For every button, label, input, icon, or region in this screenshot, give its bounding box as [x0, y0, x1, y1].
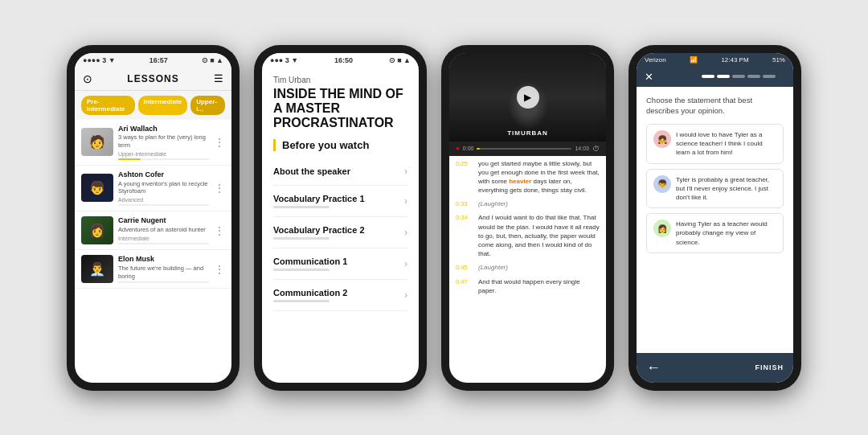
course-title: INSIDE THE MIND OF A MASTER PROCRASTINAT… [273, 87, 407, 131]
progress-fill [118, 158, 141, 160]
status-bar-2: ●●● 3 ▼ 16:50 ⊙ ■ ▲ [262, 53, 419, 68]
chevron-right-icon: › [404, 195, 407, 207]
avatar: 👩 [653, 220, 671, 237]
progress-sub-bar [273, 237, 330, 240]
transcript-entry: 0:47 And that would happen every single … [456, 277, 600, 295]
progress-sub-bar [273, 206, 330, 208]
progress-dot [702, 75, 714, 78]
transcript-timestamp: 0:47 [456, 278, 473, 285]
current-time: 0:00 [463, 146, 474, 151]
level-tabs: Pre-intermediate Intermediate Upper-i... [75, 91, 231, 120]
menu-item-vocab1[interactable]: Vocabulary Practice 1 › [273, 186, 407, 217]
menu-label: Communication 2 [273, 288, 347, 298]
chevron-right-icon: › [404, 258, 407, 269]
quiz-footer: ← FINISH [637, 353, 793, 383]
battery-label: 51% [772, 56, 785, 64]
transcript-text: (Laughter) [478, 199, 508, 208]
signal-icons: ●●● 3 ▼ [270, 56, 298, 64]
more-icon[interactable]: ⋮ [214, 136, 225, 149]
close-button[interactable]: ✕ [645, 71, 653, 83]
lessons-header: ⊙ LESSONS ☰ [75, 68, 231, 91]
progress-bar [118, 243, 209, 244]
lesson-desc: The future we're building — and boring [118, 265, 209, 281]
more-icon[interactable]: ⋮ [214, 263, 225, 276]
option-text: I would love to have Tyler as a science … [676, 130, 776, 158]
battery-icon: ⊙ ■ ▲ [389, 56, 411, 64]
menu-label: Vocabulary Practice 2 [273, 225, 365, 235]
list-item[interactable]: 🧑 Ari Wallach 3 ways to plan for the (ve… [75, 120, 231, 166]
progress-sub-bar [273, 269, 330, 271]
quiz-option[interactable]: 👧 I would love to have Tyler as a scienc… [646, 124, 784, 164]
tab-intermediate[interactable]: Intermediate [138, 96, 188, 115]
carrier-label: Verizon [645, 56, 666, 64]
speaker-watermark: TIMURBAN [449, 129, 606, 137]
video-player[interactable]: ●●●● 3 ▼ 16:53 ⊙ ■ ▲ ✕ ▶ TIMURBAN [449, 53, 606, 142]
list-item[interactable]: 👦 Ashton Cofer A young inventor's plan t… [75, 166, 231, 211]
tab-upper-intermediate[interactable]: Upper-i... [190, 96, 225, 115]
transcript-text: And that would happen every single paper… [478, 277, 600, 295]
lesson-thumbnail: 👦 [81, 174, 113, 202]
profile-icon[interactable]: ⊙ [83, 72, 92, 85]
speaker-name: Tim Urban [273, 76, 407, 84]
progress-bar [118, 158, 209, 160]
time-4: 12:43 PM [721, 56, 748, 64]
record-dot: ● [456, 145, 460, 152]
menu-item-comm2[interactable]: Communication 2 › [273, 280, 407, 311]
chevron-right-icon: › [404, 166, 407, 177]
progress-indicator [702, 75, 776, 78]
time-2: 16:50 [334, 56, 353, 64]
progress-bar[interactable] [477, 148, 571, 150]
lesson-level: Advanced [118, 197, 209, 203]
avatar: 👦 [653, 175, 671, 193]
menu-label: About the speaker [273, 166, 350, 176]
menu-label: Communication 1 [273, 256, 347, 266]
clock-icon: ⏱ [592, 145, 600, 153]
battery-icon: ⊙ ■ ▲ [202, 56, 223, 64]
progress-sub-bar [273, 300, 330, 302]
transcript-entry: 0:33 (Laughter) [456, 199, 600, 208]
back-button[interactable]: ← [646, 359, 661, 376]
transcript-timestamp: 0:25 [456, 160, 473, 167]
chevron-right-icon: › [404, 227, 407, 238]
wifi-icon: 📶 [690, 56, 698, 64]
progress-dot [747, 75, 760, 78]
progress-dot [717, 75, 730, 78]
lesson-level: Intermediate [118, 236, 209, 241]
lesson-desc: 3 ways to plan for the (very) long term [118, 133, 209, 150]
menu-item-about[interactable]: About the speaker › [273, 158, 407, 186]
quiz-question: Choose the statement that best describes… [646, 95, 784, 117]
page-title: LESSONS [127, 73, 178, 84]
total-time: 14:03 [575, 146, 589, 151]
signal-icon: ●●●● 3 ▼ [83, 56, 116, 64]
phone-course-detail: ●●● 3 ▼ 16:50 ⊙ ■ ▲ Tim Urban INSIDE THE… [254, 45, 427, 391]
phone-quiz: Verizon 📶 12:43 PM 51% ✕ Choose the stat… [628, 45, 801, 391]
list-item[interactable]: 👩 Carrie Nugent Adventures of an asteroi… [75, 211, 231, 250]
play-button[interactable]: ▶ [517, 86, 539, 109]
lesson-name: Elon Musk [118, 255, 209, 264]
quiz-option[interactable]: 👩 Having Tyler as a teacher would probab… [646, 213, 784, 253]
transcript-timestamp: 0:45 [456, 264, 473, 271]
list-item[interactable]: 👨‍💼 Elon Musk The future we're building … [75, 250, 231, 289]
quiz-header: ✕ [637, 67, 793, 87]
progress-dot [732, 75, 745, 78]
phone-lessons: ●●●● 3 ▼ 16:57 ⊙ ■ ▲ ⊙ LESSONS ☰ Pre-int… [67, 45, 240, 391]
list-icon[interactable]: ☰ [214, 72, 223, 84]
more-icon[interactable]: ⋮ [214, 224, 225, 237]
tab-pre-intermediate[interactable]: Pre-intermediate [81, 96, 135, 115]
video-timeline[interactable]: ● 0:00 14:03 ⏱ [449, 142, 606, 156]
quiz-option[interactable]: 👦 Tyler is probably a great teacher, but… [646, 169, 784, 209]
menu-label: Vocabulary Practice 1 [273, 194, 365, 203]
transcript-text: you get started maybe a little slowly, b… [478, 159, 600, 195]
time-1: 16:57 [149, 56, 168, 64]
menu-item-vocab2[interactable]: Vocabulary Practice 2 › [273, 217, 407, 248]
menu-item-comm1[interactable]: Communication 1 › [273, 248, 407, 280]
finish-button[interactable]: FINISH [755, 363, 784, 371]
more-icon[interactable]: ⋮ [214, 182, 225, 195]
option-text: Having Tyler as a teacher would probably… [676, 220, 776, 247]
transcript-timestamp: 0:34 [456, 214, 473, 221]
lesson-thumbnail: 👩 [81, 216, 113, 244]
option-text: Tyler is probably a great teacher, but I… [676, 175, 776, 203]
section-header: Before you watch [273, 139, 407, 151]
status-bar-1: ●●●● 3 ▼ 16:57 ⊙ ■ ▲ [75, 53, 231, 68]
transcript-timestamp: 0:33 [456, 200, 473, 207]
